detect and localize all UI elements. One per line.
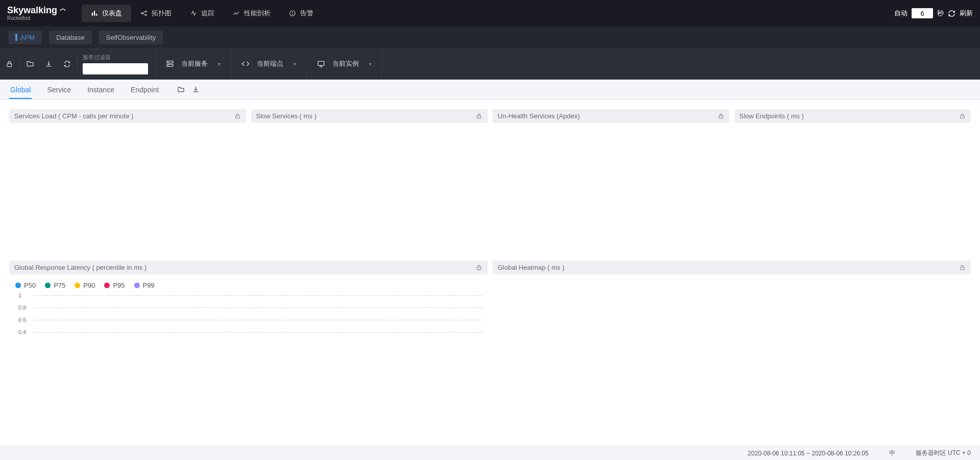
server-icon — [166, 60, 174, 68]
legend-item[interactable]: P75 — [45, 282, 65, 289]
auto-label: 自动 — [894, 9, 908, 18]
svg-rect-20 — [961, 116, 965, 118]
card-title: Slow Endpoints ( ms ) — [740, 112, 804, 120]
service-filter-input[interactable] — [83, 63, 148, 74]
svg-rect-1 — [94, 11, 95, 15]
svg-point-8 — [292, 15, 293, 15]
card-global-heatmap: Global Heatmap ( ms ) — [493, 261, 971, 359]
seconds-label: 秒 — [937, 9, 944, 18]
card-global-latency: Global Response Latency ( percentile in … — [9, 261, 487, 359]
cards-row-1: Services Load ( CPM - calls per minute )… — [9, 109, 971, 255]
active-indicator-icon — [15, 34, 17, 41]
subtab-folder-button[interactable] — [177, 86, 185, 93]
nav-alarm[interactable]: 告警 — [280, 5, 323, 22]
current-service-select[interactable]: 当前服务 ▾ — [163, 59, 224, 68]
alert-icon — [289, 10, 296, 17]
svg-rect-14 — [318, 61, 324, 65]
legend-label: P99 — [143, 282, 155, 289]
lock-icon[interactable] — [718, 113, 724, 119]
top-navbar: Skywalking Rocketbot 仪表盘 拓扑图 追踪 — [0, 0, 980, 27]
subtab-instance[interactable]: Instance — [86, 81, 115, 98]
legend-swatch-icon — [15, 283, 21, 288]
chip-label: SelfObservability — [106, 34, 156, 41]
svg-rect-0 — [92, 13, 93, 16]
select-label: 当前实例 — [332, 59, 359, 68]
gridline — [34, 320, 483, 320]
card-title: Slow Services ( ms ) — [256, 112, 316, 120]
dashboard-tabs: APM Database SelfObservability — [0, 27, 980, 48]
subtab-global[interactable]: Global — [9, 81, 32, 98]
card-title: Global Response Latency ( percentile in … — [14, 264, 146, 271]
sub-tabs: Global Service Instance Endpoint — [0, 80, 980, 100]
content-area[interactable]: Services Load ( CPM - calls per minute )… — [0, 100, 980, 446]
nav-dashboard[interactable]: 仪表盘 — [82, 5, 131, 22]
dashboard-tab-selfobservability[interactable]: SelfObservability — [99, 31, 163, 44]
legend-swatch-icon — [75, 283, 80, 288]
legend-item[interactable]: P90 — [75, 282, 95, 289]
chevron-down-icon: ▾ — [369, 61, 372, 67]
latency-legend: P50P75P90P95P99 — [13, 279, 483, 295]
code-icon — [241, 60, 250, 68]
subtab-label: Global — [10, 86, 31, 94]
footer-timezone: 服务器时区 UTC + 0 — [916, 449, 971, 457]
nav-label: 性能剖析 — [244, 9, 271, 18]
subtab-endpoint[interactable]: Endpoint — [130, 81, 160, 98]
dashboard-tab-apm[interactable]: APM — [8, 31, 42, 44]
svg-point-4 — [145, 11, 146, 12]
lock-icon[interactable] — [959, 264, 966, 271]
refresh-icon[interactable] — [948, 10, 955, 17]
nav-profile[interactable]: 性能剖析 — [224, 5, 280, 22]
lock-button[interactable] — [0, 48, 18, 80]
sync-button[interactable] — [58, 48, 76, 80]
toolbar: 服务过滤器 当前服务 ▾ 当前端点 ▾ 当前实例 ▾ — [0, 48, 980, 80]
gridline — [34, 295, 483, 296]
dashboard-tab-database[interactable]: Database — [49, 31, 92, 44]
logo-swoosh-icon — [59, 7, 66, 14]
card-services-load: Services Load ( CPM - calls per minute ) — [9, 109, 246, 255]
card-title: Services Load ( CPM - calls per minute ) — [14, 112, 133, 120]
legend-item[interactable]: P95 — [104, 282, 125, 289]
logo-subtext: Rocketbot — [7, 16, 66, 21]
nav-topology[interactable]: 拓扑图 — [131, 5, 181, 22]
card-unhealth-services: Un-Health Services (Apdex) — [493, 109, 729, 255]
nav-label: 拓扑图 — [152, 9, 172, 18]
lock-icon[interactable] — [959, 113, 966, 119]
refresh-interval-input[interactable] — [912, 8, 933, 18]
legend-item[interactable]: P50 — [15, 282, 36, 289]
footer-lang-switch[interactable]: 中 — [889, 449, 895, 457]
subtab-download-button[interactable] — [192, 86, 200, 93]
legend-item[interactable]: P99 — [134, 282, 155, 289]
download-icon — [45, 60, 53, 68]
lock-icon[interactable] — [476, 264, 482, 271]
nav-trace[interactable]: 追踪 — [181, 5, 224, 22]
card-slow-endpoints: Slow Endpoints ( ms ) — [734, 109, 971, 255]
folder-button[interactable] — [21, 48, 39, 80]
folder-icon — [177, 86, 185, 93]
select-label: 当前端点 — [257, 59, 283, 68]
chart-bar-icon — [91, 10, 98, 17]
lock-icon[interactable] — [234, 113, 241, 119]
trace-icon — [190, 10, 197, 17]
svg-point-3 — [141, 13, 142, 14]
card-title: Global Heatmap ( ms ) — [498, 264, 565, 271]
gridline — [34, 308, 483, 308]
lock-icon[interactable] — [476, 113, 482, 119]
chip-label: APM — [20, 34, 35, 41]
footer-time-range[interactable]: 2020-08-06 10:11:05 ~ 2020-08-06 10:26:0… — [748, 450, 869, 457]
select-label: 当前服务 — [181, 59, 208, 68]
svg-rect-9 — [7, 63, 12, 66]
svg-point-5 — [145, 14, 146, 15]
y-axis-tick: 0.4 — [18, 329, 26, 335]
svg-point-12 — [168, 62, 168, 62]
card-title: Un-Health Services (Apdex) — [498, 112, 580, 120]
legend-swatch-icon — [45, 283, 51, 288]
nav-label: 仪表盘 — [102, 9, 122, 18]
logo: Skywalking Rocketbot — [7, 6, 66, 21]
gridline — [34, 332, 483, 333]
download-button[interactable] — [39, 48, 58, 80]
current-instance-select[interactable]: 当前实例 ▾ — [314, 59, 375, 68]
refresh-label[interactable]: 刷新 — [960, 9, 973, 18]
current-endpoint-select[interactable]: 当前端点 ▾ — [238, 59, 299, 68]
lock-icon — [6, 60, 13, 68]
subtab-service[interactable]: Service — [46, 81, 72, 98]
